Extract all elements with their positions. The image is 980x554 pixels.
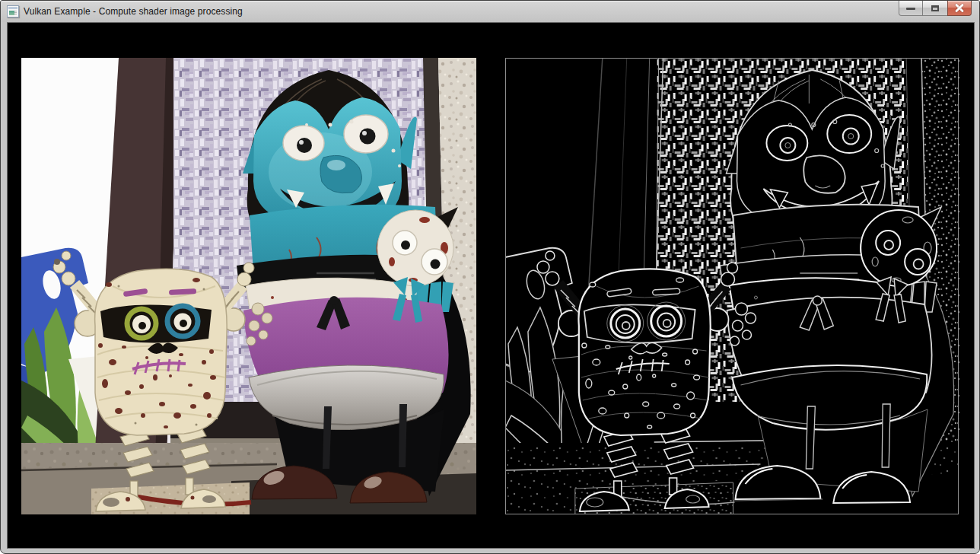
original-image xyxy=(21,58,476,514)
minimize-button[interactable] xyxy=(899,1,923,16)
original-image-pane xyxy=(21,58,476,514)
window-controls xyxy=(899,1,972,16)
app-icon xyxy=(7,5,19,18)
app-window: Vulkan Example - Compute shader image pr… xyxy=(0,0,980,554)
titlebar[interactable]: Vulkan Example - Compute shader image pr… xyxy=(1,1,979,22)
edge-detect-image xyxy=(505,58,959,514)
minimize-icon xyxy=(906,8,915,10)
close-icon xyxy=(954,4,965,13)
close-button[interactable] xyxy=(947,1,972,16)
maximize-icon xyxy=(931,5,939,11)
client-area xyxy=(8,23,974,548)
maximize-button[interactable] xyxy=(923,1,947,16)
window-title: Vulkan Example - Compute shader image pr… xyxy=(24,6,243,17)
processed-image-pane xyxy=(505,58,959,514)
